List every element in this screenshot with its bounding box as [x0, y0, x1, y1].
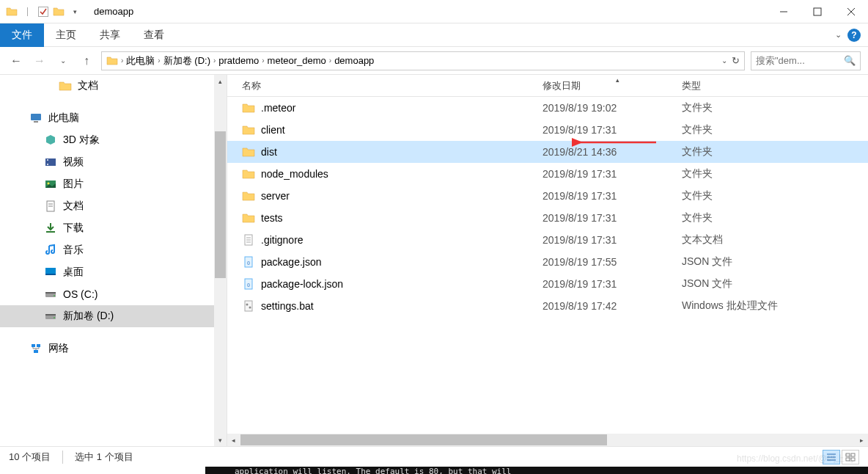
view-icons-button[interactable]	[842, 450, 859, 464]
forward-button[interactable]: →	[31, 52, 48, 70]
help-icon[interactable]: ?	[847, 29, 861, 42]
sidebar-item-label: 网络	[48, 342, 69, 355]
scroll-thumb-h[interactable]	[240, 434, 607, 445]
json-icon: {}	[242, 255, 255, 269]
file-type: 文本文档	[682, 233, 868, 247]
sidebar: 文档此电脑3D 对象视频图片文档下载音乐桌面OS (C:)新加卷 (D:)网络 …	[0, 75, 227, 446]
refresh-icon[interactable]: ↻	[732, 55, 740, 66]
file-row[interactable]: settings.bat2019/8/19 17:42Windows 批处理文件	[227, 295, 868, 317]
pictures-icon	[44, 178, 57, 191]
maximize-button[interactable]	[801, 0, 834, 23]
close-button[interactable]	[834, 0, 868, 23]
file-row[interactable]: server2019/8/19 17:31文件夹	[227, 185, 868, 207]
file-name: .gitignore	[261, 234, 304, 246]
folder-icon	[242, 189, 255, 203]
breadcrumb[interactable]: meteor_demo	[268, 55, 326, 66]
sidebar-scrollbar[interactable]: ▴ ▾	[214, 75, 227, 446]
content-scrollbar-h[interactable]: ◂ ▸	[227, 434, 868, 446]
chevron-right-icon[interactable]: ›	[158, 56, 160, 65]
scroll-thumb[interactable]	[215, 131, 226, 278]
column-name[interactable]: 名称	[227, 79, 542, 92]
file-row[interactable]: .gitignore2019/8/19 17:31文本文档	[227, 229, 868, 251]
scroll-left-icon[interactable]: ◂	[227, 434, 240, 446]
file-row[interactable]: {}package-lock.json2019/8/19 17:31JSON 文…	[227, 273, 868, 295]
search-icon[interactable]: 🔍	[844, 55, 856, 66]
file-type: JSON 文件	[682, 277, 868, 291]
sidebar-item[interactable]: 文档	[0, 195, 227, 217]
breadcrumb[interactable]: pratdemo	[218, 55, 259, 66]
address-dropdown-icon[interactable]: ⌄	[721, 56, 727, 65]
sidebar-item[interactable]: 新加卷 (D:)	[0, 305, 227, 327]
chevron-right-icon[interactable]: ›	[329, 56, 331, 65]
sort-indicator-icon: ▴	[616, 76, 619, 84]
file-type: Windows 批处理文件	[682, 299, 868, 313]
sidebar-item[interactable]: OS (C:)	[0, 283, 227, 305]
minimize-button[interactable]	[767, 0, 801, 23]
chevron-right-icon[interactable]: ›	[121, 56, 123, 65]
sidebar-item[interactable]: 音乐	[0, 239, 227, 261]
json-icon: {}	[242, 277, 255, 291]
column-headers: ▴ 名称 修改日期 类型	[227, 75, 868, 97]
svg-point-6	[47, 164, 48, 165]
sidebar-item-label: 文档	[78, 79, 98, 92]
chevron-right-icon[interactable]: ›	[262, 56, 264, 65]
file-row[interactable]: node_modules2019/8/19 17:31文件夹	[227, 163, 868, 185]
sidebar-item[interactable]: 3D 对象	[0, 129, 227, 151]
breadcrumb[interactable]: 此电脑	[126, 54, 155, 68]
terminal-snippet: application will listen. The default is …	[205, 467, 868, 474]
recent-dropdown-icon[interactable]: ⌄	[54, 52, 72, 70]
file-name: client	[261, 124, 285, 136]
folder-icon	[242, 101, 255, 114]
file-row[interactable]: {}package.json2019/8/19 17:55JSON 文件	[227, 251, 868, 273]
address-bar[interactable]: › 此电脑 › 新加卷 (D:) › pratdemo › meteor_dem…	[101, 51, 745, 70]
scroll-up-icon[interactable]: ▴	[214, 75, 227, 87]
file-date: 2019/8/19 17:31	[542, 124, 682, 136]
file-row[interactable]: dist2019/8/21 14:36文件夹	[227, 141, 868, 163]
sidebar-item-label: 音乐	[63, 244, 84, 257]
sidebar-item[interactable]: 视频	[0, 151, 227, 173]
svg-text:{}: {}	[247, 282, 250, 287]
folder-icon	[242, 145, 255, 158]
folder-small-icon[interactable]	[53, 6, 65, 18]
tab-file[interactable]: 文件	[0, 23, 44, 47]
search-box[interactable]: 🔍	[751, 51, 861, 70]
file-type: 文件夹	[682, 211, 868, 225]
qat-dropdown-icon[interactable]: ▾	[69, 6, 81, 18]
column-date[interactable]: 修改日期	[542, 79, 682, 92]
sidebar-item[interactable]: 文档	[0, 75, 227, 97]
breadcrumb[interactable]: 新加卷 (D:)	[163, 54, 210, 68]
navbar: ← → ⌄ ↑ › 此电脑 › 新加卷 (D:) › pratdemo › me…	[0, 47, 868, 75]
checkmark-icon[interactable]	[38, 7, 48, 17]
chevron-right-icon[interactable]: ›	[213, 56, 216, 65]
back-button[interactable]: ←	[7, 52, 25, 70]
sidebar-item[interactable]: 此电脑	[0, 107, 227, 129]
sidebar-item[interactable]: 下载	[0, 217, 227, 239]
file-date: 2019/8/19 19:02	[542, 102, 682, 114]
file-row[interactable]: client2019/8/19 17:31文件夹	[227, 119, 868, 141]
window-title: demoapp	[94, 6, 133, 17]
video-icon	[44, 156, 57, 169]
file-name: package.json	[261, 256, 322, 268]
ribbon-expand-icon[interactable]: ⌄	[835, 30, 842, 40]
tab-view[interactable]: 查看	[132, 23, 176, 47]
tab-home[interactable]: 主页	[44, 23, 88, 47]
svg-rect-42	[851, 458, 855, 461]
sidebar-item[interactable]: 网络	[0, 338, 227, 360]
file-row[interactable]: tests2019/8/19 17:31文件夹	[227, 207, 868, 229]
search-input[interactable]	[756, 55, 844, 66]
view-details-button[interactable]	[823, 450, 840, 464]
svg-text:{}: {}	[247, 260, 250, 265]
column-type[interactable]: 类型	[682, 79, 868, 92]
svg-rect-23	[34, 350, 38, 353]
tab-share[interactable]: 共享	[88, 23, 132, 47]
up-button[interactable]: ↑	[78, 52, 95, 70]
svg-rect-40	[851, 453, 855, 456]
scroll-down-icon[interactable]: ▾	[214, 434, 227, 446]
sidebar-item[interactable]: 图片	[0, 173, 227, 195]
file-type: 文件夹	[682, 101, 868, 114]
ribbon-tabs: 文件 主页 共享 查看 ⌄ ?	[0, 23, 868, 47]
breadcrumb[interactable]: demoapp	[334, 55, 374, 66]
scroll-right-icon[interactable]: ▸	[856, 434, 868, 446]
sidebar-item[interactable]: 桌面	[0, 261, 227, 283]
file-row[interactable]: .meteor2019/8/19 19:02文件夹	[227, 97, 868, 119]
